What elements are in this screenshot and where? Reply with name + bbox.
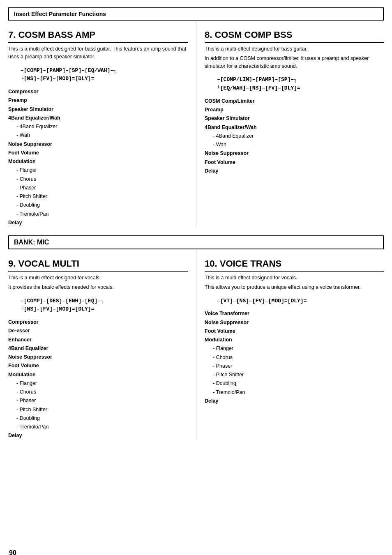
list-item: 4Band Equalizer/Wah [8, 114, 188, 122]
list-item: - Chorus [8, 388, 188, 396]
list-item: - Pitch Shifter [205, 371, 384, 379]
list-item: Preamp [205, 106, 384, 114]
list-item: - Doubling [205, 379, 384, 388]
list-item: - Doubling [8, 201, 188, 210]
list-item: - Tremolo/Pan [8, 423, 188, 431]
bank-mic-bar: BANK: MIC [8, 235, 384, 249]
list-item: Noise Suppressor [8, 140, 188, 149]
list-item: Preamp [8, 96, 188, 105]
list-item: - Flanger [205, 344, 384, 353]
list-item: - Pitch Shifter [8, 405, 188, 414]
list-item: 4Band Equalizer/Wah [205, 123, 384, 132]
section-8-desc: This is a multi-effect designed for bass… [205, 45, 384, 70]
page: Insert Effect Parameter Functions 7. COS… [0, 7, 392, 555]
header-bar: Insert Effect Parameter Functions [8, 7, 384, 21]
list-item: - Pitch Shifter [8, 192, 188, 201]
section-7-signal: –[COMP]–[PAMP]–[SP]–[EQ/WAH]–┐ └[NS]–[FV… [21, 67, 188, 84]
bottom-section: 9. VOCAL MULTI This is a multi-effect de… [8, 249, 384, 440]
section-9-title: 9. VOCAL MULTI [8, 258, 188, 272]
section-10-title: 10. VOICE TRANS [205, 258, 384, 272]
list-item: 4Band Equalizer [8, 344, 188, 353]
list-item: Foot Volume [8, 362, 188, 370]
list-item: Speaker Simulator [205, 114, 384, 123]
list-item: - Doubling [8, 414, 188, 423]
list-item: - Phaser [205, 362, 384, 371]
list-item: Compressor [8, 88, 188, 96]
list-item: Compressor [8, 318, 188, 327]
list-item: Delay [205, 397, 384, 405]
bank-mic-title: BANK: MIC [14, 239, 49, 246]
list-item: - Flanger [8, 379, 188, 388]
section-8-title: 8. COSM COMP BSS [205, 30, 384, 43]
list-item: - Phaser [8, 396, 188, 405]
list-item: - Chorus [205, 353, 384, 362]
section-9-signal: –[COMP]–[DES]–[ENH]–[EQ]–┐ └[NS]–[FV]–[M… [21, 297, 188, 314]
section-9-params: CompressorDe-esserEnhancer4Band Equalize… [8, 318, 188, 440]
section-10-desc: This is a multi-effect designed for voca… [205, 274, 384, 291]
list-item: Delay [205, 167, 384, 175]
list-item: - 4Band Equalizer [205, 132, 384, 140]
top-section: 7. COSM BASS AMP This is a multi-effect … [8, 21, 384, 227]
section-8-signal: –[COMP/LIM]–[PAMP]–[SP]–┐ └[EQ/WAH]–[NS]… [217, 76, 384, 93]
list-item: Modulation [8, 371, 188, 379]
list-item: - Chorus [8, 175, 188, 184]
list-item: Delay [8, 219, 188, 227]
page-number: 90 [9, 549, 16, 555]
section-9: 9. VOCAL MULTI This is a multi-effect de… [8, 249, 196, 440]
section-8-params: COSM Comp/LimiterPreampSpeaker Simulator… [205, 97, 384, 175]
list-item: Modulation [205, 336, 384, 344]
section-9-desc: This is a multi-effect designed for voca… [8, 274, 188, 291]
list-item: Modulation [8, 157, 188, 166]
section-7-desc: This is a multi-effect designed for bass… [8, 45, 188, 61]
list-item: Noise Suppressor [8, 353, 188, 362]
list-item: - 4Band Equalizer [8, 122, 188, 131]
list-item: Foot Volume [205, 158, 384, 167]
list-item: Delay [8, 431, 188, 440]
list-item: Noise Suppressor [205, 318, 384, 327]
section-7: 7. COSM BASS AMP This is a multi-effect … [8, 21, 196, 227]
list-item: - Phaser [8, 184, 188, 192]
list-item: - Wah [205, 140, 384, 149]
section-8: 8. COSM COMP BSS This is a multi-effect … [196, 21, 384, 227]
section-7-params: CompressorPreampSpeaker Simulator4Band E… [8, 88, 188, 227]
section-7-title: 7. COSM BASS AMP [8, 30, 188, 43]
list-item: - Flanger [8, 166, 188, 175]
list-item: Voice Transformer [205, 309, 384, 318]
list-item: Enhancer [8, 336, 188, 344]
section-10-signal: –[VT]–[NS]–[FV]–[MOD]=[DLY]= [217, 297, 384, 306]
header-title: Insert Effect Parameter Functions [14, 11, 106, 17]
section-10: 10. VOICE TRANS This is a multi-effect d… [196, 249, 384, 440]
list-item: Foot Volume [8, 149, 188, 157]
list-item: Foot Volume [205, 327, 384, 336]
list-item: - Tremolo/Pan [8, 210, 188, 219]
list-item: Speaker Simulator [8, 105, 188, 114]
list-item: De-esser [8, 327, 188, 335]
section-10-params: Voice TransformerNoise SuppressorFoot Vo… [205, 309, 384, 405]
list-item: Noise Suppressor [205, 149, 384, 158]
list-item: - Wah [8, 131, 188, 140]
list-item: - Tremolo/Pan [205, 388, 384, 397]
list-item: COSM Comp/Limiter [205, 97, 384, 106]
